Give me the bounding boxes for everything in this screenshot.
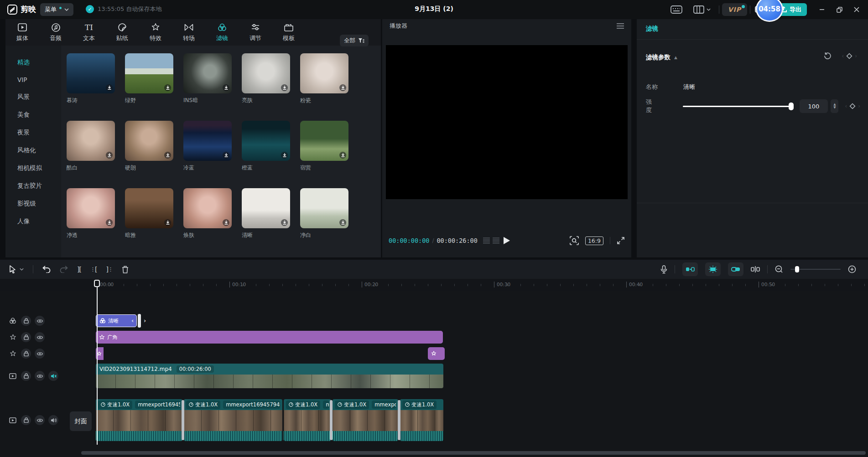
keyframe-next-icon[interactable]: › <box>858 103 860 109</box>
link-clips-toggle[interactable] <box>728 262 743 276</box>
vip-button[interactable]: VIP <box>722 3 747 16</box>
close-button[interactable] <box>849 3 864 16</box>
split-keep-right-button[interactable]: ]⋮ <box>106 266 112 273</box>
category-scenery[interactable]: 风景 <box>17 93 61 101</box>
tab-text[interactable]: TI 文本 <box>78 22 99 42</box>
filter-card[interactable]: 暗雅 <box>125 188 173 239</box>
clip-divider-handle[interactable] <box>398 400 400 440</box>
effect-clip[interactable]: 广角 <box>96 331 443 344</box>
strength-slider[interactable] <box>683 106 791 107</box>
mute-speaker-icon[interactable] <box>48 371 58 381</box>
eye-icon[interactable] <box>35 415 45 425</box>
tab-filters[interactable]: 滤镜 <box>212 22 233 42</box>
lock-icon[interactable] <box>21 349 31 359</box>
shortcut-keyboard-icon[interactable] <box>665 5 688 14</box>
tab-adjust[interactable]: 调节 <box>245 22 266 42</box>
filter-params-section-header[interactable]: 滤镜参数 ▲ <box>646 53 677 62</box>
minimize-button[interactable] <box>814 3 830 16</box>
split-track-button[interactable] <box>751 266 760 272</box>
category-portrait[interactable]: 人像 <box>17 217 61 226</box>
filter-clip-selected[interactable]: 清晰 <box>96 314 137 327</box>
timeline-ruler[interactable]: 00:00 00:10 00:20 00:30 00:40 00:50 <box>0 279 868 291</box>
reset-icon[interactable] <box>824 52 832 60</box>
eye-icon[interactable] <box>35 316 45 326</box>
filter-card[interactable]: 冷蓝 <box>183 121 232 172</box>
filter-card[interactable]: 净白 <box>300 188 348 239</box>
select-tool-button[interactable] <box>9 265 24 273</box>
filter-card[interactable]: INS暗 <box>183 53 232 104</box>
lock-icon[interactable] <box>21 332 31 342</box>
filter-card[interactable]: 亮肤 <box>242 53 290 104</box>
tab-effects[interactable]: 特效 <box>145 22 166 42</box>
trim-right-handle[interactable]: › <box>144 317 146 324</box>
eye-icon[interactable] <box>35 332 45 342</box>
keyframe-prev-icon[interactable]: ‹ <box>842 53 844 59</box>
play-button[interactable] <box>503 236 510 245</box>
restore-button[interactable] <box>832 3 847 16</box>
zoom-out-icon[interactable] <box>775 265 783 273</box>
overlay-video-clip[interactable]: VID20230913114712.mp4 00:00:26:00 <box>96 364 443 388</box>
keyframe-prev-icon[interactable]: ‹ <box>845 103 847 109</box>
filter-card[interactable]: 清晰 <box>242 188 290 239</box>
preview-axis-toggle[interactable] <box>705 262 721 276</box>
category-food[interactable]: 美食 <box>17 111 61 119</box>
tab-transitions[interactable]: 转场 <box>178 22 199 42</box>
filter-card[interactable]: 净透 <box>67 188 115 239</box>
lock-icon[interactable] <box>21 415 31 425</box>
split-clip-button[interactable]: ][ <box>77 266 81 273</box>
category-stylized[interactable]: 风格化 <box>17 146 61 154</box>
category-camera-sim[interactable]: 相机模拟 <box>17 164 61 172</box>
horizontal-scrollbar[interactable] <box>81 451 866 455</box>
filter-card[interactable]: 焕肤 <box>183 188 232 239</box>
filter-card[interactable]: 硬朗 <box>125 121 173 172</box>
inspector-tab-filter[interactable]: 滤镜 <box>646 25 658 33</box>
slider-handle[interactable] <box>789 103 794 110</box>
category-retro-film[interactable]: 复古胶片 <box>17 182 61 190</box>
filter-card[interactable]: 橙蓝 <box>242 121 290 172</box>
keyframe-diamond-icon[interactable] <box>849 103 856 109</box>
cover-button[interactable]: 封面 <box>70 411 92 431</box>
zoom-slider-handle[interactable] <box>795 266 799 272</box>
snap-to-main-track-toggle[interactable] <box>682 262 698 276</box>
video-clip[interactable]: 变速1.0X mmexport1 <box>333 399 398 441</box>
trim-left-handle[interactable]: ‹ <box>131 317 134 324</box>
filter-card[interactable]: 暮涛 <box>67 53 115 104</box>
category-featured[interactable]: 精选 <box>17 58 61 67</box>
clip-divider-handle[interactable] <box>330 400 333 440</box>
redo-button[interactable] <box>60 266 68 273</box>
undo-button[interactable] <box>42 266 51 273</box>
category-night[interactable]: 夜景 <box>17 128 61 137</box>
record-voiceover-icon[interactable] <box>660 265 667 274</box>
video-clip[interactable]: 变速1.0X mmexport16945 <box>96 399 182 441</box>
filter-all-dropdown[interactable]: 全部 <box>340 35 369 46</box>
timeline-zoom-slider[interactable] <box>790 269 841 270</box>
playhead-line[interactable] <box>97 280 98 445</box>
video-clip[interactable]: 变速1.0X <box>400 399 443 441</box>
category-vip[interactable]: VIP <box>17 76 61 83</box>
effect-clip-fragment[interactable] <box>428 347 445 360</box>
strength-value-input[interactable]: 100 <box>800 99 828 113</box>
video-clip[interactable]: 变速1.0X mm <box>284 399 331 441</box>
tab-sticker[interactable]: 贴纸 <box>112 22 133 42</box>
tab-audio[interactable]: 音频 <box>45 22 66 42</box>
filter-card[interactable]: 宿营 <box>300 121 348 172</box>
tab-templates[interactable]: 模板 <box>278 22 299 42</box>
category-cinematic[interactable]: 影视级 <box>17 200 61 208</box>
split-keep-left-button[interactable]: ⋮[ <box>90 266 97 273</box>
clip-divider-handle[interactable] <box>182 400 184 440</box>
filter-card[interactable]: 绿野 <box>125 53 173 104</box>
playhead-handle[interactable] <box>94 280 100 287</box>
eye-icon[interactable] <box>35 349 45 359</box>
video-viewport[interactable] <box>386 45 628 199</box>
tab-media[interactable]: 媒体 <box>12 22 33 42</box>
player-menu-icon[interactable] <box>617 23 624 29</box>
lock-icon[interactable] <box>21 371 31 381</box>
lock-icon[interactable] <box>21 316 31 326</box>
keyframe-next-icon[interactable]: › <box>855 53 857 59</box>
speaker-icon[interactable] <box>48 415 58 425</box>
eye-icon[interactable] <box>35 371 45 381</box>
layout-switch-icon[interactable] <box>688 5 716 14</box>
trim-handle-bar[interactable] <box>138 314 141 328</box>
filter-card[interactable]: 粉瓷 <box>300 53 348 104</box>
filter-card[interactable]: 酷白 <box>67 121 115 172</box>
